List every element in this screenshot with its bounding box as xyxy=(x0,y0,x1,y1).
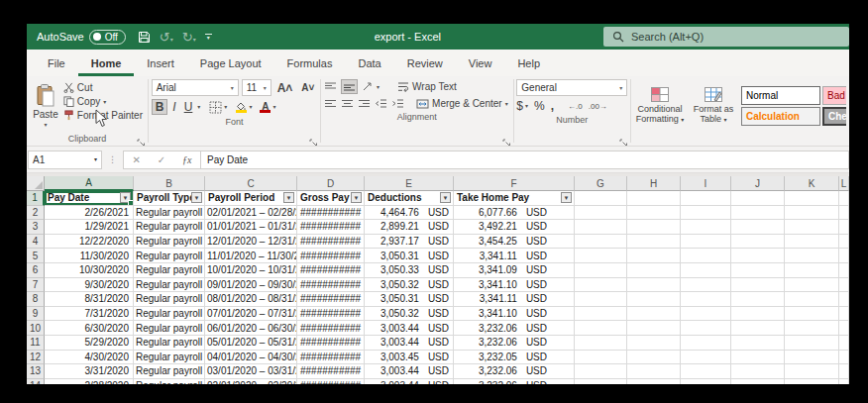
cell-L3[interactable] xyxy=(839,220,849,235)
cell-J7[interactable] xyxy=(731,278,785,293)
column-header-G[interactable]: G xyxy=(575,176,627,191)
filter-icon[interactable]: ▼ xyxy=(440,192,451,203)
font-size-select[interactable]: 11▾ xyxy=(242,79,271,96)
cell-K6[interactable] xyxy=(785,263,839,278)
cell-C6[interactable]: 10/01/2020 – 10/31/2020 xyxy=(205,263,297,278)
cell-H7[interactable] xyxy=(627,278,681,293)
cell-G9[interactable] xyxy=(575,307,627,322)
cell-J10[interactable] xyxy=(731,321,785,336)
italic-button[interactable]: I xyxy=(169,100,178,114)
tab-help[interactable]: Help xyxy=(504,50,553,76)
format-as-table-button[interactable]: Format as Table ▾ xyxy=(690,87,737,124)
cell-L12[interactable] xyxy=(839,351,849,365)
cell-C14[interactable]: 02/01/2020 – 02/29/2020 xyxy=(205,379,297,384)
cell-E2[interactable]: 4,464.76USD xyxy=(365,206,454,221)
fill-color-dropdown-icon[interactable]: ▾ xyxy=(249,104,252,110)
cell-E4[interactable]: 2,937.17USD xyxy=(365,235,454,250)
cell-B7[interactable]: Regular payroll run xyxy=(134,278,205,293)
cell-A12[interactable]: 4/30/2020 xyxy=(45,351,134,365)
cell-style-calculation[interactable]: Calculation xyxy=(741,107,820,126)
enter-icon[interactable]: ✓ xyxy=(158,154,165,165)
row-header-4[interactable]: 4 xyxy=(27,235,45,250)
clipboard-dialog-launcher-icon[interactable] xyxy=(137,134,146,143)
cell-J12[interactable] xyxy=(731,351,785,365)
cell-A8[interactable]: 8/31/2020 xyxy=(45,292,134,307)
wrap-text-button[interactable]: Wrap Text xyxy=(395,80,459,93)
cell-G2[interactable] xyxy=(575,206,627,221)
cell-H9[interactable] xyxy=(627,307,681,322)
cell-H11[interactable] xyxy=(627,336,681,351)
cell-D2[interactable]: ########### xyxy=(297,206,365,221)
cell-D8[interactable]: ########### xyxy=(297,292,365,307)
cell-F9[interactable]: 3,341.10USD xyxy=(454,307,575,322)
cell-J1[interactable] xyxy=(731,191,785,206)
cell-G14[interactable] xyxy=(575,379,627,384)
cell-K9[interactable] xyxy=(785,307,839,322)
decrease-indent-icon[interactable] xyxy=(375,98,387,109)
cell-H14[interactable] xyxy=(627,379,681,384)
tab-review[interactable]: Review xyxy=(394,50,456,76)
cell-L10[interactable] xyxy=(839,321,849,336)
filter-icon[interactable]: ▼ xyxy=(283,192,294,203)
cell-K8[interactable] xyxy=(785,292,839,307)
cell-J5[interactable] xyxy=(731,249,785,263)
cell-F3[interactable]: 3,492.21USD xyxy=(454,220,575,235)
cell-G6[interactable] xyxy=(575,263,627,278)
copy-button[interactable]: Copy ▾ xyxy=(61,95,145,108)
accounting-dropdown-icon[interactable]: ▾ xyxy=(525,103,528,109)
borders-icon[interactable] xyxy=(209,101,222,114)
cell-L7[interactable] xyxy=(839,278,849,293)
cell-F1[interactable]: Take Home Pay▼ xyxy=(454,191,575,206)
accounting-format-button[interactable]: $ ▾ xyxy=(516,99,528,113)
cancel-icon[interactable]: ✕ xyxy=(132,154,140,165)
cell-I12[interactable] xyxy=(681,351,731,365)
cell-B8[interactable]: Regular payroll run xyxy=(134,292,205,307)
row-header-13[interactable]: 13 xyxy=(27,364,45,379)
font-color-dropdown-icon[interactable]: ▾ xyxy=(272,104,275,110)
cell-E3[interactable]: 2,899.21USD xyxy=(365,220,454,235)
font-name-select[interactable]: Arial▾ xyxy=(152,79,239,96)
name-box-dropdown-icon[interactable]: ▾ xyxy=(94,156,97,162)
cell-I9[interactable] xyxy=(681,307,731,322)
cell-I8[interactable] xyxy=(681,292,731,307)
borders-dropdown-icon[interactable]: ▾ xyxy=(224,104,227,110)
row-header-11[interactable]: 11 xyxy=(27,336,45,351)
row-header-5[interactable]: 5 xyxy=(27,249,45,263)
row-header-10[interactable]: 10 xyxy=(27,321,45,336)
cell-A11[interactable]: 5/29/2020 xyxy=(45,336,134,351)
filter-icon[interactable]: ▼ xyxy=(351,192,362,203)
cell-C10[interactable]: 06/01/2020 – 06/30/2020 xyxy=(205,321,297,336)
cell-C3[interactable]: 01/01/2021 – 01/31/2021 xyxy=(205,220,297,235)
copy-dropdown-icon[interactable]: ▾ xyxy=(103,99,106,105)
underline-button[interactable]: U xyxy=(181,100,196,114)
row-header-9[interactable]: 9 xyxy=(27,307,45,322)
cell-B5[interactable]: Regular payroll run xyxy=(134,249,205,263)
cell-I10[interactable] xyxy=(681,321,731,336)
column-header-F[interactable]: F xyxy=(454,176,575,191)
cell-K5[interactable] xyxy=(785,249,839,263)
align-center-icon[interactable] xyxy=(341,98,354,109)
row-header-8[interactable]: 8 xyxy=(27,292,45,307)
tab-insert[interactable]: Insert xyxy=(134,50,187,76)
cell-K10[interactable] xyxy=(785,321,839,336)
cell-C12[interactable]: 04/01/2020 – 04/30/2020 xyxy=(205,351,297,365)
cell-A2[interactable]: 2/26/2021 xyxy=(45,206,134,221)
tab-view[interactable]: View xyxy=(456,50,505,76)
cell-I5[interactable] xyxy=(681,249,731,263)
cell-K3[interactable] xyxy=(785,220,839,235)
cell-A5[interactable]: 11/30/2020 xyxy=(45,249,134,263)
cell-F13[interactable]: 3,232.06USD xyxy=(454,364,575,379)
cell-L14[interactable] xyxy=(839,379,849,384)
cell-B2[interactable]: Regular payroll run xyxy=(134,206,205,221)
cell-E12[interactable]: 3,003.45USD xyxy=(365,351,454,365)
cell-B1[interactable]: Payroll Type▼ xyxy=(134,191,205,206)
cell-G10[interactable] xyxy=(575,321,627,336)
cell-E6[interactable]: 3,050.33USD xyxy=(365,263,454,278)
cell-B4[interactable]: Regular payroll run xyxy=(134,235,205,250)
comma-style-button[interactable]: , xyxy=(551,99,554,113)
cell-G12[interactable] xyxy=(575,351,627,365)
cell-L6[interactable] xyxy=(839,263,849,278)
cell-style-check[interactable]: Check Cell xyxy=(822,107,846,126)
cell-A3[interactable]: 1/29/2021 xyxy=(45,220,134,235)
cell-G4[interactable] xyxy=(575,235,627,250)
